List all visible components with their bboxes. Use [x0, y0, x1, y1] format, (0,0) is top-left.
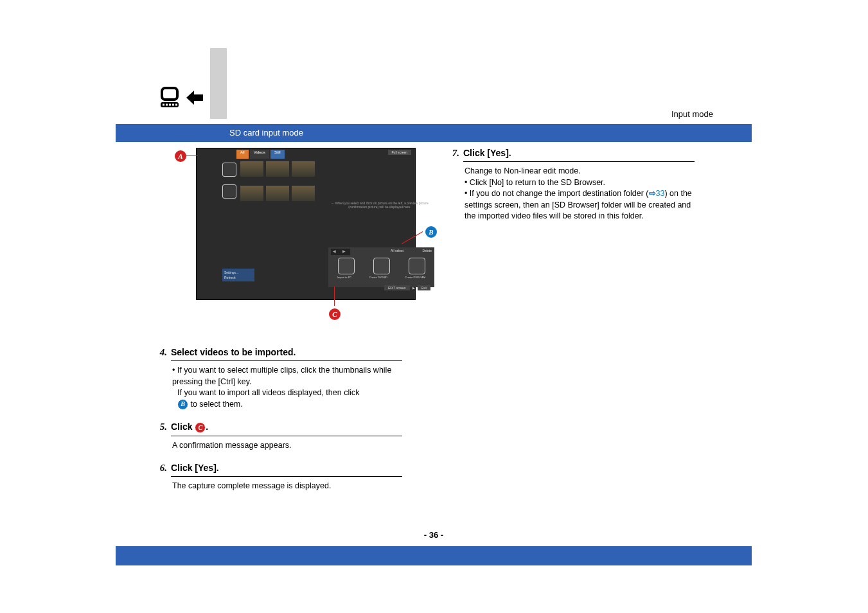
- step-5: 5. Click C. A confirmation message appea…: [154, 422, 421, 451]
- thumbnail: [240, 161, 263, 177]
- preview-hint-text: ← When you select and click on picture o…: [328, 201, 431, 209]
- svg-rect-3: [166, 104, 168, 106]
- step-number: 5.: [154, 422, 167, 432]
- sd-browser-screenshot: All Videos Still Full screen: [173, 148, 440, 321]
- thumbnail: [266, 161, 289, 177]
- callout-badge-a: A: [173, 149, 188, 163]
- camera-icon: [222, 163, 236, 177]
- content-area: All Videos Still Full screen: [154, 148, 713, 504]
- step-title: Click [Yes].: [171, 463, 219, 473]
- footer-bar: [116, 546, 752, 565]
- step-body: • If you want to select multiple clips, …: [172, 365, 403, 410]
- screenshot-footer: EDIT screen ▶ Exit: [222, 283, 434, 293]
- callout-line-a: [186, 155, 198, 155]
- screenshot-action-panel: ◀ ▶ All select Delete Import to PC Creat…: [328, 247, 434, 287]
- import-pc-label: Import to PC: [337, 276, 351, 279]
- screenshot-fullscreen: Full screen: [388, 150, 411, 155]
- exit-btn: Exit: [418, 285, 430, 290]
- page-number: - 36 -: [424, 530, 443, 540]
- callout-badge-b: B: [424, 225, 438, 239]
- create-dvd-icon: [373, 258, 390, 274]
- step-rule: [171, 436, 402, 436]
- badge-c-inline: C: [195, 422, 206, 433]
- step-title: Click [Yes].: [463, 148, 511, 158]
- screenshot-tabs: All Videos Still: [236, 150, 285, 159]
- all-select-label: All select: [391, 249, 403, 253]
- settings-panel: Settings... Refresh: [222, 269, 254, 281]
- link-arrow-icon: ⇨: [649, 189, 656, 198]
- svg-rect-5: [172, 104, 174, 106]
- mode-label: Input mode: [671, 109, 713, 119]
- step-title: Click C.: [171, 422, 208, 433]
- screenshot-bg: All Videos Still Full screen: [196, 148, 416, 300]
- screenshot-tab-still: Still: [270, 150, 285, 159]
- side-tab: [210, 48, 227, 119]
- document-page: Input mode SD card input mode All Videos…: [116, 48, 752, 565]
- step-number: 6.: [154, 463, 167, 474]
- step-4: 4. Select videos to be imported. • If yo…: [154, 347, 421, 410]
- screenshot-tab-all: All: [236, 150, 249, 159]
- svg-rect-0: [162, 88, 177, 100]
- step-number: 7.: [447, 148, 459, 159]
- page-link[interactable]: 33: [656, 189, 665, 198]
- step-rule: [171, 360, 402, 361]
- step-6: 6. Click [Yes]. The capture complete mes…: [154, 463, 421, 492]
- arrow-left-icon: [186, 91, 203, 107]
- sd-card-icon: [222, 184, 236, 199]
- svg-rect-6: [175, 104, 177, 106]
- step-body: A confirmation message appears.: [172, 440, 403, 452]
- section-title: SD card input mode: [116, 124, 752, 142]
- thumbnail: [292, 161, 315, 177]
- svg-rect-4: [169, 104, 171, 106]
- right-column: 7. Click [Yes]. Change to Non-linear edi…: [447, 148, 713, 504]
- step-body: Change to Non-linear edit mode. • Click …: [465, 166, 696, 222]
- edit-screen-btn: EDIT screen: [384, 285, 410, 290]
- thumbnail: [266, 186, 289, 201]
- mode-icon-group: [161, 87, 203, 111]
- delete-label: Delete: [423, 249, 432, 253]
- callout-badge-c: C: [328, 307, 342, 321]
- step-title: Select videos to be imported.: [171, 347, 296, 357]
- step-rule: [463, 161, 695, 162]
- left-column: All Videos Still Full screen: [154, 148, 421, 504]
- create-dvd-label: Create DVD/BD: [369, 276, 387, 279]
- badge-b-inline: B: [177, 399, 188, 410]
- step-number: 4.: [154, 347, 167, 358]
- screenshot-tab-videos: Videos: [250, 150, 269, 159]
- step-rule: [171, 476, 402, 477]
- side-icons: [222, 163, 236, 199]
- svg-rect-2: [163, 104, 164, 106]
- nav-arrows-icon: ◀ ▶: [331, 249, 350, 255]
- step-7: 7. Click [Yes]. Change to Non-linear edi…: [447, 148, 713, 222]
- thumbnail-grid: [240, 161, 315, 201]
- create-dvdram-icon: [409, 258, 425, 274]
- create-dvdram-label: Create DVD-RAM: [405, 276, 425, 279]
- thumbnail: [240, 186, 263, 201]
- callout-line-c: [334, 287, 335, 306]
- thumbnail: [292, 186, 315, 201]
- import-pc-icon: [338, 258, 355, 274]
- section-title-bar: SD card input mode: [116, 124, 752, 142]
- step-body: The capture complete message is displaye…: [172, 481, 403, 492]
- monitor-keyboard-icon: [161, 87, 182, 111]
